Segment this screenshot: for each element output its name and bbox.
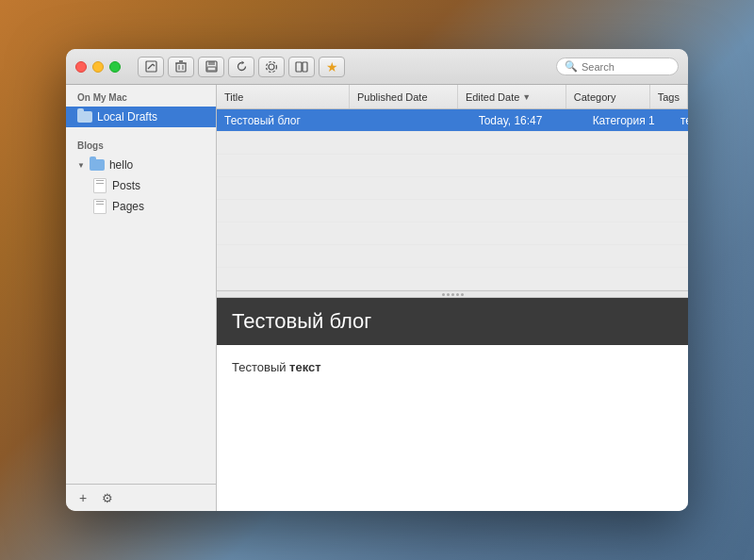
pages-icon: [92, 199, 107, 214]
cell-title: Тестовый блог: [217, 109, 357, 131]
star-button[interactable]: ★: [319, 57, 345, 77]
col-tags[interactable]: Tags: [650, 85, 688, 108]
folder-icon: [77, 109, 92, 124]
resize-dots: [442, 293, 464, 296]
titlebar: ★ 🔍: [66, 49, 688, 85]
save-button[interactable]: [198, 57, 224, 77]
sidebar-item-posts[interactable]: Posts: [66, 175, 216, 196]
empty-row: [217, 200, 688, 222]
preview-body-text: Тестовый текст: [232, 360, 673, 374]
empty-row: [217, 222, 688, 245]
triangle-icon: ▼: [77, 161, 85, 170]
preview-title-bar: Тестовый блог: [217, 298, 688, 345]
sidebar-item-pages[interactable]: Pages: [66, 196, 216, 217]
view-button[interactable]: [288, 57, 315, 77]
cell-edited: Today, 16:47: [471, 109, 585, 131]
gear-button[interactable]: ⚙: [98, 488, 117, 507]
sidebar: On My Mac Local Drafts Blogs ▼ hello: [66, 85, 217, 511]
preview-area: Тестовый блог Тестовый текст: [217, 298, 688, 511]
table-header: Title Published Date Edited Date ▼ Categ…: [217, 85, 688, 109]
cell-published: [357, 109, 471, 131]
col-published-date[interactable]: Published Date: [350, 85, 458, 108]
col-title: Title: [217, 85, 350, 108]
empty-row: [217, 132, 688, 155]
svg-rect-0: [146, 61, 156, 72]
add-button[interactable]: +: [74, 488, 92, 507]
svg-rect-14: [303, 62, 307, 72]
resize-dot: [447, 293, 450, 296]
blogs-section: Blogs ▼ hello Posts: [66, 127, 216, 217]
svg-rect-10: [207, 67, 216, 71]
table-row[interactable]: Тестовый блог Today, 16:47 Категория 1 т…: [217, 109, 688, 132]
svg-point-12: [267, 61, 277, 72]
sidebar-item-local-drafts[interactable]: Local Drafts: [66, 107, 216, 127]
maximize-button[interactable]: [109, 61, 121, 73]
toolbar: ★: [138, 57, 345, 77]
app-window: ★ 🔍 On My Mac Local Drafts Blogs ▼: [66, 49, 688, 511]
posts-icon: [92, 178, 107, 193]
sidebar-item-hello[interactable]: ▼ hello: [66, 155, 216, 175]
folder-icon-hello: [90, 157, 105, 173]
pages-label: Pages: [112, 200, 144, 213]
svg-point-11: [269, 64, 274, 70]
minimize-button[interactable]: [92, 61, 104, 73]
right-panel: Title Published Date Edited Date ▼ Categ…: [217, 85, 688, 511]
settings-button[interactable]: [258, 57, 285, 77]
resize-dot: [461, 293, 464, 296]
svg-line-1: [148, 64, 153, 69]
preview-body: Тестовый текст: [217, 345, 688, 389]
svg-rect-9: [208, 61, 215, 65]
svg-line-2: [153, 64, 155, 66]
table-body: Тестовый блог Today, 16:47 Категория 1 т…: [217, 109, 688, 290]
resize-dot: [456, 293, 459, 296]
search-box[interactable]: 🔍: [556, 58, 679, 75]
sort-arrow-icon: ▼: [522, 92, 531, 102]
cell-category: Категория 1: [585, 109, 673, 131]
hello-label: hello: [109, 158, 133, 172]
resize-dot: [442, 293, 445, 296]
col-category[interactable]: Category: [566, 85, 650, 108]
search-input[interactable]: [582, 61, 670, 73]
close-button[interactable]: [75, 61, 87, 73]
search-icon: 🔍: [565, 60, 578, 73]
resize-handle[interactable]: [217, 290, 688, 298]
on-my-mac-label: On My Mac: [66, 85, 216, 107]
delete-button[interactable]: [168, 57, 194, 77]
col-edited-date[interactable]: Edited Date ▼: [458, 85, 566, 108]
local-drafts-label: Local Drafts: [97, 110, 157, 124]
empty-row: [217, 177, 688, 200]
refresh-button[interactable]: [228, 57, 254, 77]
empty-row: [217, 268, 688, 290]
svg-rect-13: [296, 62, 302, 72]
posts-label: Posts: [112, 179, 140, 192]
resize-dot: [451, 293, 454, 296]
sidebar-footer: + ⚙: [66, 484, 216, 511]
empty-row: [217, 155, 688, 177]
cell-tags: тест: [673, 109, 688, 131]
compose-button[interactable]: [138, 57, 164, 77]
preview-title: Тестовый блог: [232, 309, 673, 334]
svg-rect-3: [176, 63, 186, 72]
empty-row: [217, 245, 688, 268]
blogs-label: Blogs: [66, 133, 216, 155]
main-content: On My Mac Local Drafts Blogs ▼ hello: [66, 85, 688, 511]
